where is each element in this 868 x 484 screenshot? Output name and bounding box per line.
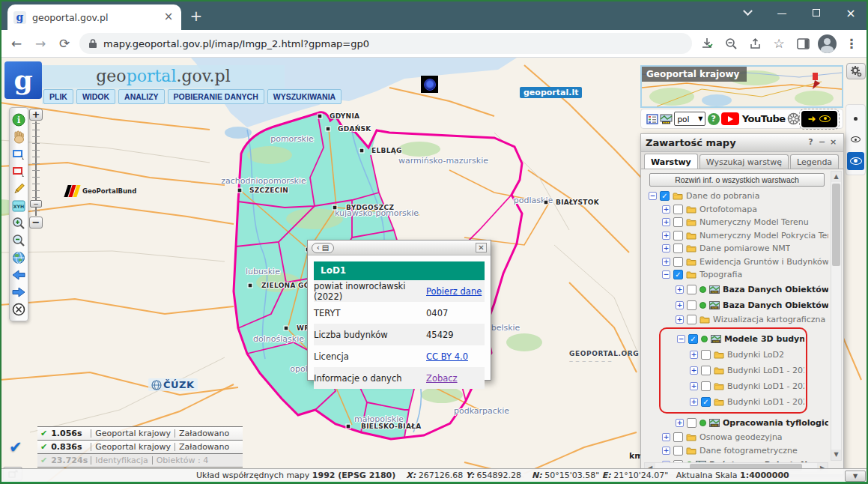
back-icon[interactable]: ←: [7, 34, 25, 52]
geoportal-bund-marker[interactable]: GeoPortalBund: [64, 185, 136, 197]
layer-row-ortofotomapa[interactable]: +Ortofotomapa: [646, 203, 828, 217]
layer-checkbox[interactable]: ✓: [688, 334, 698, 344]
layer-label[interactable]: Numeryczny Model Terenu: [699, 217, 809, 227]
layer-label[interactable]: Wizualizacja kartograficzna BDOT10k: [713, 315, 828, 324]
layer-checkbox[interactable]: [701, 381, 711, 391]
layer-row-dane-do-pobrania[interactable]: −✓Dane do pobrania: [646, 190, 828, 203]
coordinates-tool[interactable]: XYH: [10, 197, 28, 214]
vertical-scroll-thumb[interactable]: [832, 184, 840, 266]
share-icon[interactable]: [746, 34, 764, 52]
layer-row-budynki-lod1-2022[interactable]: +✓Budynki LoD1 - 2022: [662, 394, 804, 410]
tab-legenda[interactable]: Legenda: [790, 154, 839, 169]
layer-label[interactable]: Opracowania tyflologiczne: [723, 418, 828, 428]
layer-checkbox[interactable]: [673, 446, 683, 456]
overview-map[interactable]: Geoportal krajowy: [640, 65, 843, 108]
layer-label[interactable]: Budynki LoD2: [727, 350, 784, 360]
layer-row-dane-pomiarowe-nmt[interactable]: +Dane pomiarowe NMT: [646, 242, 828, 255]
layer-checkbox[interactable]: [687, 315, 696, 324]
side-panel-icon[interactable]: [794, 34, 812, 52]
wheel-icon[interactable]: [787, 112, 800, 125]
language-select[interactable]: pol▼: [674, 112, 705, 126]
layer-label[interactable]: Ewidencja Gruntów i Budynków: [699, 257, 828, 267]
layer-label[interactable]: Baza Danych Obiektów Ogólnogeogr: [723, 285, 828, 294]
profile-avatar[interactable]: [818, 34, 837, 53]
clear-tool[interactable]: [10, 300, 28, 318]
panel-header[interactable]: Zawartość mapy ? − ×: [641, 134, 843, 152]
tab-search-chevron-icon[interactable]: [730, 0, 765, 25]
layer-row-budynki-lod2[interactable]: +Budynki LoD2: [662, 347, 804, 363]
expand-icon[interactable]: +: [676, 315, 684, 324]
panel-minimize-icon[interactable]: −: [816, 137, 828, 148]
help-icon[interactable]: ?: [708, 113, 720, 125]
panel-help-icon[interactable]: ?: [805, 137, 816, 148]
layer-label[interactable]: Dane pomiarowe NMT: [699, 243, 790, 253]
layer-row-topografia[interactable]: −✓Topografia: [646, 268, 828, 282]
collapse-icon[interactable]: −: [649, 192, 657, 200]
menu-item-widok[interactable]: WIDOK: [76, 89, 115, 104]
large-eye-icon[interactable]: [847, 152, 864, 170]
download-icon[interactable]: [698, 34, 716, 52]
geoportal-org-marker[interactable]: GEOPORTAL.ORG— — — — — — —: [569, 345, 639, 363]
previous-view-tool[interactable]: [10, 266, 28, 283]
window-minimize-button[interactable]: —: [765, 0, 799, 25]
zoom-handle[interactable]: −: [30, 200, 42, 208]
expand-icon[interactable]: +: [690, 382, 698, 390]
panel-close-icon[interactable]: ×: [828, 137, 839, 148]
popup-close-icon[interactable]: ✕: [476, 243, 487, 252]
expand-icon[interactable]: +: [676, 285, 684, 294]
layer-checkbox[interactable]: [687, 285, 696, 294]
layer-checkbox[interactable]: [701, 350, 711, 360]
tab-wyszukaj-warstwę[interactable]: Wyszukaj warstwę: [699, 154, 789, 169]
menu-item-wyszukiwania[interactable]: WYSZUKIWANIA: [267, 89, 342, 104]
expand-icon[interactable]: +: [676, 419, 684, 427]
contrast-toggle[interactable]: ➜: [801, 111, 837, 127]
layer-label[interactable]: Budynki LoD1 - 2022: [727, 397, 804, 407]
popup-titlebar[interactable]: ‹ ▤ ✕: [308, 241, 491, 255]
window-close-button[interactable]: ×: [834, 0, 868, 25]
expand-icon[interactable]: +: [662, 232, 670, 240]
menu-item-pobieranie-danych[interactable]: POBIERANIE DANYCH: [168, 89, 264, 104]
expand-icon[interactable]: +: [662, 244, 670, 252]
collapse-panel-button[interactable]: ▼: [845, 471, 866, 482]
reload-icon[interactable]: ⟳: [55, 34, 73, 52]
full-extent-tool[interactable]: [10, 249, 28, 266]
expand-icon[interactable]: +: [690, 398, 698, 406]
expand-icon[interactable]: +: [662, 433, 670, 441]
layer-label[interactable]: Dane fotogrametryczne: [699, 446, 798, 456]
youtube-link[interactable]: YouTube: [721, 112, 786, 125]
expand-icon[interactable]: +: [662, 218, 670, 226]
popup-row-link[interactable]: Pobierz dane: [426, 286, 485, 297]
browser-menu-icon[interactable]: ⋮: [843, 34, 861, 52]
tab-warstwy[interactable]: Warstwy: [644, 154, 698, 169]
geoportal-lt-marker[interactable]: geoportal.lt: [520, 87, 582, 98]
zoom-page-icon[interactable]: [722, 34, 740, 52]
url-bar[interactable]: mapy.geoportal.gov.pl/imap/Imgp_2.html?g…: [79, 33, 692, 54]
layer-label[interactable]: Numeryczny Model Pokrycia Terenu: [699, 231, 828, 241]
expand-all-layers-button[interactable]: Rozwiń inf. o wszystkich warstwach: [649, 173, 825, 187]
cuzk-marker[interactable]: ČÚZK: [148, 378, 198, 391]
legend-grid-icon[interactable]: [646, 114, 658, 124]
layer-checkbox[interactable]: [673, 231, 683, 241]
bookmark-star-icon[interactable]: ☆: [770, 34, 788, 52]
layer-label[interactable]: Dane do pobrania: [686, 191, 759, 201]
scroll-up-icon[interactable]: ▲: [831, 172, 841, 182]
medium-eye-icon[interactable]: [847, 130, 864, 148]
window-maximize-button[interactable]: [799, 0, 834, 25]
expand-icon[interactable]: +: [690, 351, 698, 359]
layer-row-modele-3d-budynków[interactable]: −✓WMSModele 3D budynków: [662, 331, 804, 347]
info-tool[interactable]: i: [10, 111, 28, 128]
layer-checkbox[interactable]: [673, 432, 683, 442]
menu-item-analizy[interactable]: ANALIZY: [118, 89, 165, 104]
layer-label[interactable]: Topografia: [699, 270, 742, 279]
zoom-out-button[interactable]: −: [29, 217, 43, 229]
layer-row-ewidencja-gruntów-i-budynków[interactable]: +Ewidencja Gruntów i Budynków: [646, 255, 828, 269]
expand-icon[interactable]: +: [662, 258, 670, 266]
layer-checkbox[interactable]: ✓: [701, 397, 711, 407]
layer-checkbox[interactable]: [673, 217, 683, 227]
layer-row-opracowania-tyflologiczne[interactable]: +WMSOpracowania tyflologiczne: [646, 415, 828, 431]
layer-label[interactable]: Osnowa geodezyjna: [699, 432, 783, 442]
pan-tool[interactable]: [10, 128, 28, 145]
map-composition-icon[interactable]: [660, 114, 673, 124]
layer-row-numeryczny-model-pokrycia-terenu[interactable]: +Numeryczny Model Pokrycia Terenu: [646, 229, 828, 243]
layer-checkbox[interactable]: [701, 366, 711, 375]
